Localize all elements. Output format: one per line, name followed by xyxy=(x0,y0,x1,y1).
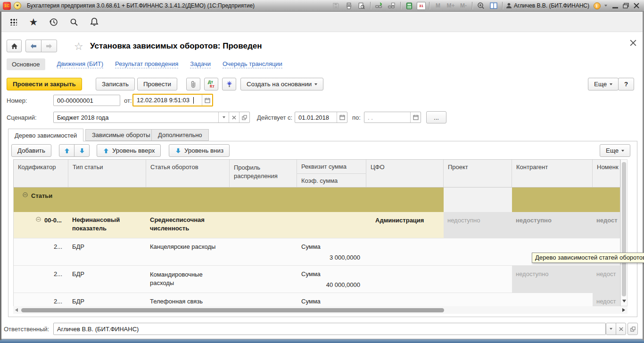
level-up-button[interactable]: Уровень вверх xyxy=(97,144,161,157)
chevron-down-icon xyxy=(621,150,624,152)
col-article-type[interactable]: Тип статьи xyxy=(68,160,146,187)
col-nomenclature[interactable]: Номенк xyxy=(593,160,621,187)
scrollbar-thumb[interactable] xyxy=(622,162,626,296)
scrollbar-thumb[interactable] xyxy=(21,308,444,312)
minimize-button[interactable] xyxy=(612,7,618,8)
cell-code: 2... xyxy=(14,266,68,293)
combo-clear-button[interactable] xyxy=(229,112,239,122)
memory-button[interactable]: M xyxy=(433,2,443,9)
page-title: Установка зависимых оборотов: Проведен xyxy=(90,41,262,51)
move-up-button[interactable] xyxy=(59,144,74,157)
col-project[interactable]: Проект xyxy=(444,160,512,187)
level-down-button[interactable]: Уровень вниз xyxy=(169,144,230,157)
titlebar-more-chevron-icon[interactable] xyxy=(604,5,607,7)
scroll-left-arrow-icon[interactable] xyxy=(15,308,18,312)
table-row-telephony[interactable]: 2... БДР Телефонная связь Сумма недост xyxy=(14,293,620,306)
memory-minus-button[interactable]: M- xyxy=(458,2,469,9)
nav-link-posting-result[interactable]: Результат проведения xyxy=(115,60,178,68)
home-button[interactable] xyxy=(7,40,22,52)
form-close-button[interactable] xyxy=(630,40,636,46)
responsible-input[interactable]: Агличев В.В. (БИТ.ФИНАНС) xyxy=(53,323,606,335)
tab-additional[interactable]: Дополнительно xyxy=(151,129,209,141)
nav-link-movements[interactable]: Движения (БИТ) xyxy=(57,60,103,68)
add-link-icon-button[interactable] xyxy=(374,1,384,10)
memory-plus-button[interactable]: M+ xyxy=(446,2,456,9)
move-down-button[interactable] xyxy=(74,144,90,157)
table-row-stationery[interactable]: 2... БДР Канцелярские расходы Сумма 3 00… xyxy=(14,238,620,265)
history-button[interactable] xyxy=(49,17,59,27)
post-button[interactable]: Провести xyxy=(137,78,177,90)
table-row-group-articles[interactable]: Статьи xyxy=(14,188,620,212)
create-on-basis-button[interactable]: Создать на основании xyxy=(240,78,323,90)
tab-dependent-turnovers[interactable]: Зависимые обороты xyxy=(85,129,157,141)
date-picker-button[interactable] xyxy=(202,95,212,106)
collapse-icon[interactable] xyxy=(23,192,28,197)
dtkt-button[interactable]: ДтКт xyxy=(204,78,218,90)
vertical-scrollbar[interactable] xyxy=(620,159,627,306)
date-picker-button[interactable] xyxy=(410,112,421,122)
maximize-button[interactable] xyxy=(623,3,629,8)
table-more-button[interactable]: Еще xyxy=(600,144,630,157)
info-icon-button[interactable]: i xyxy=(592,1,602,10)
ellipsis-button[interactable]: ... xyxy=(426,111,446,123)
system-menu-button[interactable] xyxy=(14,2,21,9)
document-date-input[interactable]: 12.02.2018 9:51:03 xyxy=(132,94,213,106)
search-button[interactable] xyxy=(69,17,79,27)
date-picker-button[interactable] xyxy=(337,112,347,122)
write-button[interactable]: Записать xyxy=(96,78,135,90)
close-window-button[interactable] xyxy=(634,3,639,8)
split-view-icon-button[interactable] xyxy=(488,1,499,10)
table-row-group-00[interactable]: 00-0... Нефинансовый показатель Среднесп… xyxy=(14,212,620,238)
attachments-button[interactable] xyxy=(186,78,200,90)
scroll-down-arrow-icon[interactable] xyxy=(622,300,626,302)
collapse-icon[interactable] xyxy=(36,217,41,222)
post-and-close-button[interactable]: Провести и закрыть xyxy=(7,78,82,90)
valid-from-input[interactable]: 01.01.2018 xyxy=(295,112,347,123)
form-more-button[interactable]: Еще xyxy=(588,78,619,90)
nav-tab-main[interactable]: Основное xyxy=(7,58,45,70)
open-link-icon-button[interactable] xyxy=(387,1,397,10)
print-icon-button[interactable] xyxy=(344,1,354,10)
window-controls xyxy=(612,3,641,8)
separator xyxy=(370,2,371,9)
horizontal-scrollbar[interactable] xyxy=(13,306,627,314)
combo-open-button[interactable] xyxy=(239,112,249,122)
scenario-label: Сценарий: xyxy=(7,114,37,121)
col-codifier[interactable]: Кодификатор xyxy=(14,160,68,187)
calculator-icon-button[interactable] xyxy=(404,1,414,10)
responsible-clear-button[interactable] xyxy=(616,323,626,335)
help-button[interactable]: ? xyxy=(618,78,634,90)
print-preview-icon-button[interactable] xyxy=(356,1,367,10)
col-requisite[interactable]: Реквизит сумма xyxy=(297,160,366,174)
scroll-right-arrow-icon[interactable] xyxy=(622,308,625,312)
calendar-icon-button[interactable]: 31 xyxy=(417,2,426,10)
add-button[interactable]: Добавить xyxy=(11,144,51,157)
combo-dropdown-button[interactable] xyxy=(218,112,229,122)
forward-button[interactable] xyxy=(41,40,57,52)
col-article[interactable]: Статья оборотов xyxy=(146,160,230,187)
favorite-star-icon[interactable]: ☆ xyxy=(74,41,83,53)
table-row-travel[interactable]: 2... БДР Командировочные расходы Сумма 4… xyxy=(14,265,620,293)
col-cfo[interactable]: ЦФО xyxy=(366,160,444,187)
responsible-dropdown-button[interactable] xyxy=(606,323,616,335)
tab-dependency-tree[interactable]: Дерево зависимостей xyxy=(8,129,83,141)
back-button[interactable] xyxy=(25,40,41,52)
col-profile[interactable]: Профиль распределения xyxy=(230,160,297,187)
nav-link-translation-queue[interactable]: Очередь трансляции xyxy=(223,60,282,68)
current-user[interactable]: Агличев В.В. (БИТ.ФИНАНС) xyxy=(506,2,589,9)
favorites-button[interactable]: ★ xyxy=(28,17,39,27)
zoom-icon-button[interactable] xyxy=(476,1,486,10)
notifications-button[interactable] xyxy=(89,17,99,27)
number-input[interactable]: 00-00000001 xyxy=(53,95,120,106)
col-coef[interactable]: Коэф. сумма xyxy=(297,174,366,188)
scenario-combobox[interactable]: Бюджет 2018 года xyxy=(53,112,250,123)
save-icon-button[interactable] xyxy=(331,1,341,10)
valid-to-input[interactable]: . . xyxy=(364,112,421,123)
separator xyxy=(472,2,472,9)
responsible-open-button[interactable] xyxy=(627,323,638,335)
apps-menu-button[interactable] xyxy=(8,17,18,27)
home-icon xyxy=(11,43,18,49)
col-contractor[interactable]: Контрагент xyxy=(512,160,593,187)
hint-button[interactable] xyxy=(222,78,236,90)
nav-link-tasks[interactable]: Задачи xyxy=(190,60,211,68)
